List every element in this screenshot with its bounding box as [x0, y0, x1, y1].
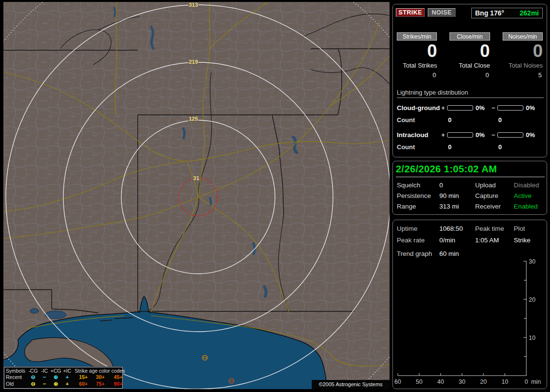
- x-tick-10: 10: [502, 378, 508, 385]
- noises-counter: Noises/min 0 Total Noises 5: [503, 32, 543, 79]
- upload-status: Disabled: [514, 182, 545, 189]
- peak-time-label: Peak time: [475, 225, 514, 232]
- legend-header-symbols: Symbols: [6, 368, 27, 374]
- copyright-notice: ©2005 Astrogenic Systems: [312, 380, 390, 389]
- y-tick-20: 20: [529, 296, 536, 303]
- intracloud-label: Intracloud: [397, 129, 441, 141]
- total-noises-value: 5: [503, 71, 543, 79]
- cg-negative-bar: [497, 105, 523, 111]
- age-15: 15+: [75, 374, 91, 380]
- total-strikes-label: Total Strikes: [397, 62, 437, 69]
- cg-positive-count: 0: [447, 114, 473, 126]
- pos-cg-recent-icon: ⊕: [50, 374, 62, 380]
- cg-negative-count: 0: [497, 114, 523, 126]
- x-tick-50: 50: [416, 378, 422, 385]
- ic-positive-percent: 0%: [473, 129, 492, 141]
- legend-col-neg-cg: -CG: [27, 368, 39, 374]
- squelch-label: Squelch: [397, 182, 439, 189]
- plus-sign: +: [441, 129, 447, 141]
- minus-sign: −: [492, 102, 497, 114]
- legend-col-pos-ic: +IC: [62, 368, 72, 374]
- ring-label-31: 31: [193, 175, 200, 181]
- ic-positive-count: 0: [447, 141, 473, 153]
- age-90: 90+: [109, 381, 127, 387]
- distribution-title: Lightning type distribution: [397, 89, 544, 98]
- status-panel: 2/26/2026 1:05:02 AM Squelch 0 Upload Di…: [392, 161, 547, 215]
- trend-graph: 30 20 10 60 50 40 30 20 10 0 min: [393, 255, 546, 388]
- strikes-per-min-button[interactable]: Strikes/min: [397, 32, 437, 41]
- noise-mode-button[interactable]: NOISE: [428, 8, 456, 17]
- app-window: { "colors": { "land": "#6b5f5a", "water"…: [0, 0, 550, 392]
- range-value: 313 mi: [439, 203, 475, 210]
- ic-count-label: Count: [397, 141, 441, 153]
- pos-cg-old-icon: ⊕: [50, 381, 62, 387]
- legend-row-old-label: Old: [6, 381, 27, 387]
- noises-per-min-button[interactable]: Noises/min: [503, 32, 543, 41]
- ic-negative-count: 0: [497, 141, 523, 153]
- close-per-min-value: 0: [449, 41, 490, 61]
- peak-rate-label: Peak rate: [397, 237, 439, 244]
- plot-value: Strike: [514, 237, 545, 244]
- x-tick-60: 60: [394, 378, 401, 385]
- range-label: Range: [397, 203, 439, 210]
- legend-col-neg-ic: -IC: [39, 368, 50, 374]
- age-60: 60+: [75, 381, 91, 387]
- x-tick-20: 20: [480, 378, 487, 385]
- cg-positive-bar: [447, 105, 473, 111]
- cg-negative-percent: 0%: [523, 102, 544, 114]
- persistence-label: Persistence: [397, 192, 439, 199]
- stats-panel: Uptime 1068:50 Peak time Plot Peak rate …: [392, 220, 547, 389]
- peak-rate-value: 0/min: [439, 237, 475, 244]
- total-close-label: Total Close: [449, 62, 490, 69]
- datetime-divider: [396, 177, 545, 177]
- receiver-status: Enabled: [514, 203, 545, 210]
- lightning-map[interactable]: 313 219 125 31: [3, 2, 390, 389]
- total-strikes-value: 0: [397, 71, 437, 79]
- ic-negative-percent: 0%: [523, 129, 544, 141]
- neg-cg-old-icon: ⊖: [27, 381, 39, 387]
- map-canvas: 313 219 125 31: [3, 2, 390, 389]
- lightning-distribution: Lightning type distribution Cloud-ground…: [397, 89, 544, 153]
- x-tick-40: 40: [437, 378, 444, 385]
- legend-row-recent-label: Recent: [6, 374, 27, 380]
- ring-label-219: 219: [188, 59, 198, 65]
- bearing-value: Bng 176°: [475, 9, 504, 17]
- system-datetime: 2/26/2026 1:05:02 AM: [396, 164, 545, 175]
- upload-label: Upload: [475, 182, 514, 189]
- x-axis-unit: min: [531, 378, 541, 385]
- strikes-counter: Strikes/min 0 Total Strikes 0: [397, 32, 437, 79]
- neg-ic-old-icon: −: [39, 381, 50, 387]
- pos-ic-old-icon: +: [62, 381, 72, 387]
- uptime-value: 1068:50: [439, 225, 475, 232]
- minus-sign: −: [492, 129, 497, 141]
- age-45: 45+: [109, 374, 127, 380]
- uptime-label: Uptime: [397, 225, 439, 232]
- age-30: 30+: [91, 374, 109, 380]
- bearing-distance: 262mi: [520, 9, 539, 17]
- neg-ic-recent-icon: −: [39, 374, 50, 380]
- receiver-label: Receiver: [475, 203, 514, 210]
- ic-negative-bar: [497, 132, 523, 138]
- x-tick-0: 0: [525, 378, 528, 385]
- squelch-value: 0: [439, 182, 475, 189]
- neg-cg-recent-icon: ⊖: [27, 374, 39, 380]
- map-legend: Symbols -CG -IC +CG +IC Strike age color…: [4, 367, 123, 389]
- y-tick-30: 30: [529, 258, 536, 265]
- legend-age-header: Strike age color codes: [72, 368, 127, 374]
- strike-mode-button[interactable]: STRIKE: [396, 8, 425, 17]
- total-noises-label: Total Noises: [503, 62, 543, 69]
- pos-ic-recent-icon: +: [62, 374, 72, 380]
- cloud-ground-label: Cloud-ground: [397, 102, 441, 114]
- peak-time-value: 1:05 AM: [475, 237, 514, 244]
- noises-per-min-value: 0: [503, 41, 543, 61]
- counters-panel: STRIKE NOISE Bng 176° 262mi Strikes/min …: [392, 4, 547, 157]
- close-per-min-button[interactable]: Close/min: [449, 32, 490, 41]
- persistence-value: 90 min: [439, 192, 475, 199]
- y-tick-10: 10: [529, 335, 536, 341]
- bearing-display: Bng 176° 262mi: [471, 8, 543, 18]
- strikes-per-min-value: 0: [397, 41, 437, 61]
- ring-label-313: 313: [188, 2, 198, 8]
- x-tick-30: 30: [459, 378, 465, 385]
- ic-positive-bar: [447, 132, 473, 138]
- legend-col-pos-cg: +CG: [50, 368, 62, 374]
